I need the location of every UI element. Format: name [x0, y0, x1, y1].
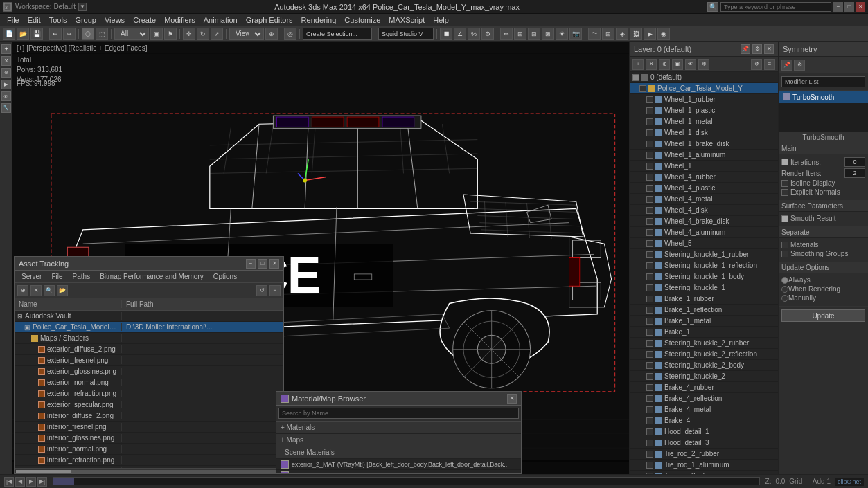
asset-scrollbar[interactable] — [15, 468, 283, 473]
layer-item[interactable]: Wheel_1_disk — [630, 127, 778, 138]
delete-layer-btn[interactable]: ✕ — [646, 59, 657, 70]
when-rendering-radio[interactable] — [781, 286, 788, 293]
render-setup-btn[interactable]: 🖼 — [630, 28, 642, 40]
select-filter-btn[interactable]: ⚑ — [164, 28, 177, 40]
layer-item[interactable]: Wheel_4_disk — [630, 205, 778, 216]
asset-refresh-btn[interactable]: ↺ — [256, 285, 267, 296]
next-frame-btn[interactable]: ▶| — [37, 477, 47, 487]
layer-visibility-checkbox[interactable] — [646, 284, 653, 291]
layers-pin-btn[interactable]: 📌 — [741, 44, 750, 54]
asset-btn-3[interactable]: 🔍 — [44, 285, 55, 296]
mat-item-1[interactable]: exterior_2_MAT (VRayMtl) [Back_left_door… — [276, 459, 521, 470]
asset-list-item[interactable]: exterior_refraction.png — [15, 388, 283, 399]
hierarchy-tab[interactable]: ⊕ — [1, 68, 11, 78]
layer-item[interactable]: Steering_knuckle_2_reflection — [630, 349, 778, 360]
view-dropdown[interactable]: View — [229, 28, 264, 40]
select-layer-btn[interactable]: ▣ — [672, 59, 683, 70]
undo-btn[interactable]: ↩ — [49, 28, 62, 40]
search-input[interactable] — [720, 2, 831, 12]
layer-item[interactable]: Wheel_4_metal — [630, 194, 778, 205]
layer-item[interactable]: Hood_detail_3 — [630, 437, 778, 449]
menu-edit[interactable]: Edit — [24, 15, 45, 26]
layer-item[interactable]: Wheel_1_aluminum — [630, 150, 778, 161]
layer-visibility-checkbox[interactable] — [646, 273, 653, 280]
menu-tools[interactable]: Tools — [45, 15, 71, 26]
surface-section-header[interactable]: Surface Parameters — [779, 201, 868, 212]
align-camera-btn[interactable]: 📷 — [569, 28, 582, 40]
asset-list-item[interactable]: ▣Police_Car_Tesla_Model_Y.maxD:\3D Molie… — [15, 322, 283, 333]
render-btn[interactable]: ▶ — [644, 28, 656, 40]
layer-visibility-checkbox[interactable] — [646, 141, 653, 147]
asset-menu-options[interactable]: Options — [209, 272, 241, 281]
separate-section-header[interactable]: Separate — [779, 227, 868, 238]
layer-visibility-checkbox[interactable] — [646, 462, 653, 469]
asset-minimize-btn[interactable]: − — [246, 259, 256, 269]
layer-visibility-checkbox[interactable] — [646, 196, 653, 203]
materials-checkbox[interactable] — [781, 242, 788, 248]
layer-item[interactable]: Wheel_4_aluminum — [630, 227, 778, 238]
layer-visibility-checkbox[interactable] — [646, 417, 653, 424]
layer-visibility-checkbox[interactable] — [646, 351, 653, 358]
menu-customize[interactable]: Customize — [340, 15, 384, 26]
new-layer-btn[interactable]: + — [632, 59, 644, 70]
asset-menu-file[interactable]: File — [47, 272, 67, 281]
layer-visibility-checkbox[interactable] — [646, 240, 653, 247]
rotate-btn[interactable]: ↻ — [197, 28, 209, 40]
material-editor-btn[interactable]: ◈ — [616, 28, 628, 40]
merge-layer-btn[interactable]: ⊕ — [659, 59, 670, 70]
motion-tab[interactable]: ▶ — [1, 80, 11, 89]
material-search-input[interactable] — [278, 408, 519, 419]
layer-visibility-checkbox[interactable] — [646, 362, 653, 369]
new-btn[interactable]: 📄 — [3, 28, 15, 40]
snap-toggle-btn[interactable]: 🔲 — [440, 28, 452, 40]
menu-modifiers[interactable]: Modifiers — [160, 15, 200, 26]
minimize-btn[interactable]: − — [833, 2, 843, 12]
ref-coord-btn[interactable]: ⊕ — [265, 28, 278, 40]
update-button[interactable]: Update — [781, 309, 865, 322]
layer-visibility-checkbox[interactable] — [646, 96, 653, 103]
layer-item[interactable]: Wheel_4_rubber — [630, 172, 778, 183]
layer-item[interactable]: Wheel_4_brake_disk — [630, 216, 778, 227]
layers-settings-btn[interactable]: ⚙ — [752, 44, 762, 54]
asset-list-item[interactable]: exterior_fresnel.png — [15, 355, 283, 366]
layer-visibility-checkbox[interactable] — [646, 329, 653, 336]
prev-frame-btn[interactable]: ◀ — [15, 477, 25, 487]
layer-item[interactable]: Wheel_1_brake_disk — [630, 138, 778, 150]
asset-list-item[interactable]: exterior_diffuse_2.png — [15, 344, 283, 355]
align-btn[interactable]: ⊞ — [514, 28, 526, 40]
menu-maxscript[interactable]: MAXScript — [384, 15, 429, 26]
create-tab[interactable]: ✦ — [1, 44, 11, 54]
layer-item[interactable]: Steering_knuckle_1_reflection — [630, 260, 778, 271]
mod-configure-btn[interactable]: ⚙ — [794, 60, 805, 71]
layer-item[interactable]: Brake_1_rubber — [630, 293, 778, 305]
asset-btn-2[interactable]: ✕ — [30, 285, 42, 296]
menu-group[interactable]: Group — [71, 15, 100, 26]
layer-visibility-checkbox[interactable] — [632, 74, 639, 81]
layer-item[interactable]: Steering_knuckle_2_rubber — [630, 338, 778, 349]
layer-visibility-checkbox[interactable] — [646, 340, 653, 347]
layer-item[interactable]: Brake_1_reflection — [630, 305, 778, 316]
always-radio[interactable] — [781, 277, 788, 284]
options-btn[interactable]: ≡ — [764, 59, 775, 70]
asset-list-item[interactable]: interior_diffuse_2.png — [15, 410, 283, 422]
asset-list-item[interactable]: interior_fresnel.png — [15, 422, 283, 433]
layer-visibility-checkbox[interactable] — [646, 262, 653, 269]
curve-editor-btn[interactable]: 〜 — [588, 28, 601, 40]
align-view-btn[interactable]: ⊟ — [528, 28, 540, 40]
render-iters-input[interactable] — [844, 168, 865, 178]
layer-item[interactable]: Hood_detail_1 — [630, 426, 778, 437]
layer-visibility-checkbox[interactable] — [646, 207, 653, 214]
asset-menu-paths[interactable]: Paths — [69, 272, 95, 281]
modify-tab[interactable]: ⚒ — [1, 56, 11, 66]
asset-list-item[interactable]: interior_normal.png — [15, 444, 283, 455]
asset-list-item[interactable]: exterior_specular.png — [15, 399, 283, 410]
layer-visibility-checkbox[interactable] — [646, 229, 653, 236]
move-btn[interactable]: ✛ — [183, 28, 195, 40]
layer-visibility-checkbox[interactable] — [646, 152, 653, 159]
search-box[interactable]: 🔍 — [707, 2, 718, 12]
layer-visibility-checkbox[interactable] — [646, 384, 653, 391]
asset-btn-4[interactable]: 📂 — [57, 285, 68, 296]
asset-btn-1[interactable]: ⊕ — [17, 285, 28, 296]
layer-visibility-checkbox[interactable] — [646, 185, 653, 192]
update-section-header[interactable]: Update Options — [779, 262, 868, 273]
